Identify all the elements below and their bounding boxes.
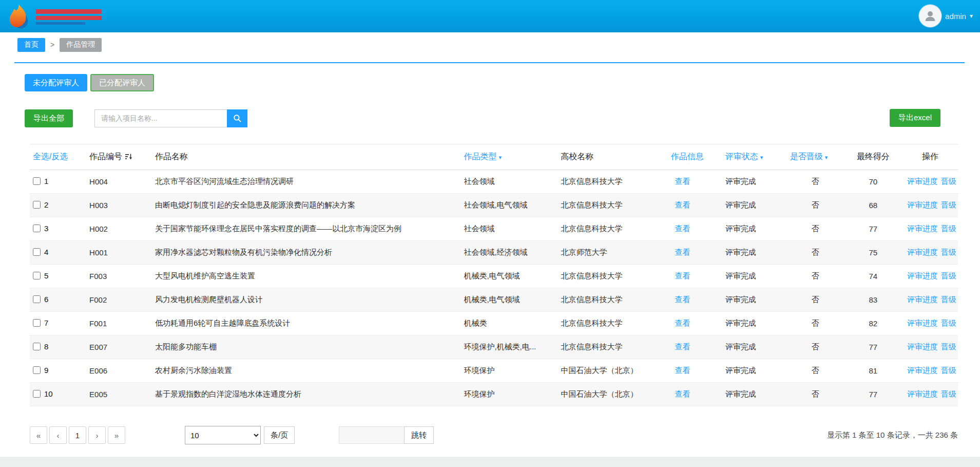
promote-link[interactable]: 晋级 — [941, 319, 956, 327]
row-checkbox[interactable] — [33, 272, 41, 279]
page-prev-button[interactable]: ‹ — [49, 426, 67, 444]
table-row: 2 H003 由断电熄灯制度引起的安全隐患及能源浪费问题的解决方案 社会领域,电… — [30, 194, 958, 217]
breadcrumb: 首页 > 作品管理 — [17, 38, 980, 52]
view-link[interactable]: 查看 — [675, 200, 690, 209]
row-checkbox[interactable] — [33, 319, 41, 327]
select-all-toggle[interactable]: 全选/反选 — [33, 152, 68, 161]
page-last-button[interactable]: » — [108, 426, 125, 444]
view-link[interactable]: 查看 — [675, 177, 690, 185]
row-checkbox[interactable] — [33, 295, 41, 303]
chevron-down-icon[interactable]: ▾ — [760, 154, 763, 160]
table-row: 1 H004 北京市平谷区泃河流域生态治理情况调研 社会领域 北京信息科技大学 … — [30, 170, 958, 194]
page: admin ▾ 首页 > 作品管理 未分配评审人 已分配评审人 导出全部 导出e… — [0, 0, 980, 457]
avatar[interactable] — [919, 5, 941, 27]
cell-work-code: H001 — [86, 241, 152, 265]
breadcrumb-home-button[interactable]: 首页 — [17, 38, 45, 52]
page-size-group: 10 条/页 — [185, 426, 295, 444]
promote-link[interactable]: 晋级 — [941, 224, 956, 233]
review-progress-link[interactable]: 评审进度 — [907, 342, 938, 351]
review-progress-link[interactable]: 评审进度 — [907, 200, 938, 209]
view-link[interactable]: 查看 — [675, 342, 690, 351]
cell-promoted: 否 — [787, 241, 844, 265]
records-summary: 显示第 1 条至 10 条记录，一共 236 条 — [827, 431, 958, 440]
promote-link[interactable]: 晋级 — [941, 177, 956, 185]
cell-school-name: 北京信息科技大学 — [558, 265, 668, 288]
cell-work-code: H004 — [86, 170, 152, 194]
cell-work-code: H002 — [86, 217, 152, 241]
toolbar: 导出全部 导出excel — [25, 109, 957, 127]
row-number: 8 — [44, 342, 48, 351]
jump-group: 跳转 — [339, 426, 434, 444]
search-group — [94, 109, 247, 127]
row-number: 9 — [44, 366, 48, 375]
review-progress-link[interactable]: 评审进度 — [907, 389, 938, 398]
view-link[interactable]: 查看 — [675, 248, 690, 256]
tab-unassigned-reviewers[interactable]: 未分配评审人 — [25, 74, 87, 91]
search-input[interactable] — [94, 109, 227, 127]
row-checkbox[interactable] — [33, 248, 41, 256]
view-link[interactable]: 查看 — [675, 319, 690, 327]
column-header-score: 最终得分 — [857, 152, 890, 161]
promote-link[interactable]: 晋级 — [941, 366, 956, 375]
user-name[interactable]: admin — [945, 12, 966, 21]
promote-link[interactable]: 晋级 — [941, 271, 956, 280]
cell-review-status: 评审完成 — [722, 312, 787, 335]
page-size-select[interactable]: 10 — [185, 426, 261, 444]
review-progress-link[interactable]: 评审进度 — [907, 295, 938, 304]
table-body: 1 H004 北京市平谷区泃河流域生态治理情况调研 社会领域 北京信息科技大学 … — [30, 170, 958, 406]
view-link[interactable]: 查看 — [675, 295, 690, 304]
page-1-button[interactable]: 1 — [69, 426, 86, 444]
view-link[interactable]: 查看 — [675, 366, 690, 375]
page-next-button[interactable]: › — [88, 426, 106, 444]
cell-review-status: 评审完成 — [722, 194, 787, 217]
cell-work-name: 由断电熄灯制度引起的安全隐患及能源浪费问题的解决方案 — [152, 194, 460, 217]
review-progress-link[interactable]: 评审进度 — [907, 319, 938, 327]
promote-link[interactable]: 晋级 — [941, 200, 956, 209]
review-progress-link[interactable]: 评审进度 — [907, 224, 938, 233]
chevron-down-icon[interactable]: ▾ — [498, 154, 502, 160]
row-checkbox[interactable] — [33, 366, 41, 374]
search-button[interactable] — [227, 109, 247, 127]
row-checkbox[interactable] — [33, 201, 41, 209]
cell-work-category: 环境保护,机械类,电... — [460, 335, 558, 359]
review-progress-link[interactable]: 评审进度 — [907, 177, 938, 185]
promote-link[interactable]: 晋级 — [941, 295, 956, 304]
cell-work-name: 低功耗通用6轮可自主越障底盘系统设计 — [152, 312, 460, 335]
export-excel-button[interactable]: 导出excel — [890, 109, 940, 127]
column-header-promoted[interactable]: 是否晋级 — [790, 152, 823, 161]
export-all-button[interactable]: 导出全部 — [25, 109, 73, 127]
user-menu[interactable]: admin ▾ — [919, 5, 973, 27]
breadcrumb-separator: > — [50, 41, 54, 49]
cell-final-score: 81 — [844, 359, 902, 383]
cell-work-code: E006 — [86, 359, 152, 383]
cell-school-name: 中国石油大学（北京） — [558, 359, 668, 383]
page-first-button[interactable]: « — [30, 426, 47, 444]
row-checkbox[interactable] — [33, 177, 41, 185]
promote-link[interactable]: 晋级 — [941, 342, 956, 351]
review-progress-link[interactable]: 评审进度 — [907, 366, 938, 375]
promote-link[interactable]: 晋级 — [941, 389, 956, 398]
chevron-down-icon[interactable]: ▾ — [825, 154, 828, 160]
review-progress-link[interactable]: 评审进度 — [907, 271, 938, 280]
column-header-category[interactable]: 作品类型 — [464, 152, 496, 161]
review-progress-link[interactable]: 评审进度 — [907, 248, 938, 256]
divider — [14, 62, 965, 63]
row-checkbox[interactable] — [33, 390, 41, 398]
promote-link[interactable]: 晋级 — [941, 248, 956, 256]
jump-button[interactable]: 跳转 — [404, 426, 434, 444]
view-link[interactable]: 查看 — [675, 271, 690, 280]
column-header-status[interactable]: 评审状态 — [725, 152, 758, 161]
row-checkbox[interactable] — [33, 343, 41, 350]
view-link[interactable]: 查看 — [675, 389, 690, 398]
row-checkbox[interactable] — [33, 225, 41, 232]
cell-final-score: 75 — [844, 241, 902, 265]
view-link[interactable]: 查看 — [675, 224, 690, 233]
cell-work-category: 环境保护 — [460, 359, 558, 383]
table-row: 4 H001 家用净水器滤芯对颗粒物及有机污染物净化情况分析 社会领域,经济领域… — [30, 241, 958, 265]
cell-final-score: 74 — [844, 265, 902, 288]
jump-page-input[interactable] — [339, 426, 405, 444]
sort-icon[interactable] — [125, 153, 132, 162]
tab-assigned-reviewers[interactable]: 已分配评审人 — [90, 74, 154, 91]
cell-work-category: 社会领域 — [460, 170, 558, 194]
breadcrumb-current-button[interactable]: 作品管理 — [60, 38, 102, 52]
